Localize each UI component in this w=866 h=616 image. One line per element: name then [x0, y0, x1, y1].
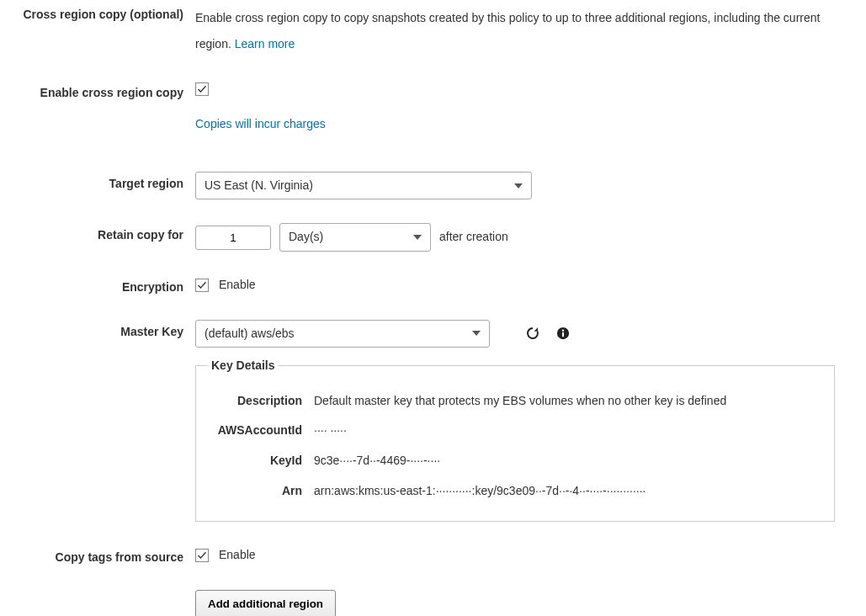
- encryption-enable-text: Enable: [219, 277, 256, 294]
- chevron-down-icon: [514, 183, 523, 189]
- kd-acct-value: ···· ·····: [314, 422, 822, 439]
- add-region-button[interactable]: Add additional region: [195, 590, 336, 616]
- info-icon: [555, 326, 571, 341]
- master-key-label: Master Key: [120, 325, 183, 338]
- check-icon: [197, 550, 207, 560]
- master-key-value: (default) aws/ebs: [205, 326, 295, 343]
- kd-keyid-value: 9c3e····-7d··-4469-····-····: [314, 453, 822, 470]
- retain-count-input[interactable]: [195, 226, 271, 250]
- copies-charges-link[interactable]: Copies will incur charges: [195, 117, 326, 130]
- kd-desc-label: Description: [208, 393, 314, 410]
- chevron-down-icon: [413, 235, 422, 240]
- kd-desc-value: Default master key that protects my EBS …: [314, 393, 822, 410]
- retain-unit-select[interactable]: Day(s): [279, 223, 431, 252]
- target-region-value: US East (N. Virginia): [205, 178, 313, 194]
- info-button[interactable]: [552, 322, 574, 344]
- check-icon: [197, 280, 207, 290]
- section-description: Enable cross region copy to copy snapsho…: [195, 5, 866, 57]
- encryption-label: Encryption: [122, 280, 183, 294]
- key-details-legend: Key Details: [208, 358, 278, 374]
- master-key-select[interactable]: (default) aws/ebs: [195, 320, 490, 348]
- retain-suffix: after creation: [439, 229, 508, 246]
- enable-copy-checkbox[interactable]: [195, 82, 209, 96]
- kd-arn-label: Arn: [208, 483, 314, 500]
- key-details-fieldset: Key Details Description Default master k…: [195, 358, 835, 522]
- encryption-checkbox[interactable]: [195, 279, 209, 292]
- learn-more-link[interactable]: Learn more: [235, 37, 295, 50]
- target-region-select[interactable]: US East (N. Virginia): [195, 172, 532, 200]
- copy-tags-checkbox[interactable]: [195, 549, 209, 562]
- kd-arn-value: arn:aws:kms:us-east-1:···········:key/9c…: [314, 483, 822, 500]
- chevron-down-icon: [472, 331, 481, 336]
- target-region-label: Target region: [109, 177, 183, 190]
- section-title: Cross region copy (optional): [23, 8, 183, 21]
- copy-tags-enable-text: Enable: [219, 547, 256, 564]
- copy-tags-label: Copy tags from source: [56, 550, 183, 564]
- enable-copy-label: Enable cross region copy: [40, 86, 183, 99]
- svg-point-1: [562, 330, 564, 332]
- refresh-icon: [525, 326, 540, 341]
- retain-unit-value: Day(s): [289, 229, 323, 246]
- kd-keyid-label: KeyId: [208, 453, 314, 470]
- retain-label: Retain copy for: [98, 228, 183, 242]
- svg-rect-2: [562, 332, 564, 337]
- refresh-button[interactable]: [522, 322, 544, 344]
- check-icon: [197, 84, 207, 94]
- kd-acct-label: AWSAccountId: [208, 422, 314, 439]
